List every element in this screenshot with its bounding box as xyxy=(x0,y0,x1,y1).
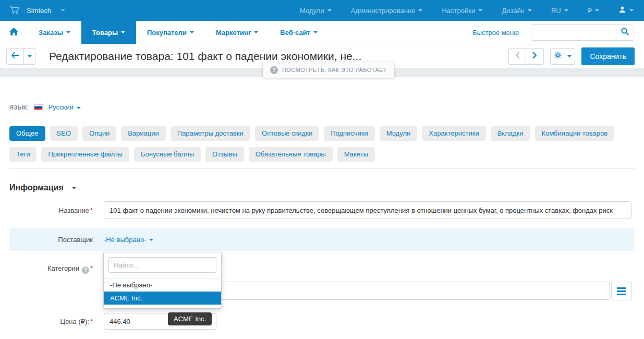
tab-product-combinations[interactable]: Комбинации товаров xyxy=(535,126,615,141)
menu-icon xyxy=(617,287,626,295)
previous-item-button[interactable] xyxy=(508,48,526,65)
save-button[interactable]: Сохранить xyxy=(581,47,635,65)
required-mark: * xyxy=(90,207,93,214)
supplier-options-list: -Не выбрано- ACME Inc. xyxy=(104,278,221,308)
nav-item-orders[interactable]: Заказы xyxy=(28,21,81,44)
nav-right-tools: Быстрое меню xyxy=(472,21,644,44)
name-field-row: Название* xyxy=(9,201,635,219)
russia-flag-icon xyxy=(34,104,43,110)
store-switcher[interactable]: Simtech xyxy=(9,5,65,16)
caret-down-icon xyxy=(121,31,125,33)
caret-down-icon xyxy=(418,9,422,11)
categories-browse-button[interactable] xyxy=(611,282,632,300)
tab-shipping-properties[interactable]: Параметры доставки xyxy=(171,126,250,141)
nav-item-products[interactable]: Товары xyxy=(81,21,136,44)
tabs-divider xyxy=(9,168,635,169)
topbar-menu: Модули Администрирование Настройки Дизай… xyxy=(300,6,634,15)
supplier-label: Поставщик xyxy=(9,236,93,244)
tab-qty-discounts[interactable]: Оптовые скидки xyxy=(255,126,319,141)
topbar-language-switcher[interactable]: RU xyxy=(551,7,568,15)
brand-label: Simtech xyxy=(27,7,51,15)
search-button[interactable] xyxy=(616,25,634,40)
nav-item-customers[interactable]: Покупатели xyxy=(136,21,205,44)
topbar-item-design[interactable]: Дизайн xyxy=(502,7,532,15)
caret-down-icon xyxy=(254,31,258,33)
language-row: ЯЗЫК: Русский xyxy=(9,103,635,111)
tab-subscribers[interactable]: Подписчики xyxy=(324,126,375,141)
tab-features[interactable]: Характеристики xyxy=(422,126,485,141)
cart-icon xyxy=(9,5,20,16)
tab-seo[interactable]: SEO xyxy=(50,126,78,141)
required-mark: * xyxy=(90,264,93,272)
hint-label: ПОСМОТРЕТЬ, КАК ЭТО РАБОТАЕТ xyxy=(282,67,387,73)
back-button-group xyxy=(6,48,35,65)
caret-down-icon xyxy=(327,9,332,11)
topbar-item-administration[interactable]: Администрирование xyxy=(351,7,423,15)
tab-general[interactable]: Общее xyxy=(9,126,45,141)
global-search xyxy=(531,25,634,41)
tab-options[interactable]: Опции xyxy=(82,126,116,141)
caret-down-icon xyxy=(564,9,568,11)
supplier-option-acme[interactable]: ACME Inc. xyxy=(104,292,221,305)
search-icon xyxy=(621,27,629,38)
admin-topbar: Simtech Модули Администрирование Настрой… xyxy=(0,0,644,21)
supplier-option-none[interactable]: -Не выбрано- xyxy=(104,279,221,292)
information-section-header[interactable]: Информация xyxy=(9,183,635,192)
prev-icon xyxy=(515,52,520,60)
price-label: Цена (₽):* xyxy=(9,318,93,325)
supplier-select-trigger[interactable]: -Не выбрано- xyxy=(104,236,153,244)
back-button[interactable] xyxy=(6,48,24,65)
tab-tags[interactable]: Теги xyxy=(9,147,37,162)
tab-required-products[interactable]: Обязательные товары xyxy=(249,147,333,162)
topbar-currency-switcher[interactable]: ₽ xyxy=(588,7,599,15)
main-navbar: Заказы Товары Покупатели Маркетинг Веб-с… xyxy=(0,21,644,44)
question-icon: ? xyxy=(270,66,278,74)
tab-layouts[interactable]: Макеты xyxy=(337,147,375,162)
caret-down-icon xyxy=(190,31,194,33)
product-tabs-row-2: Теги Прикрепленные файлы Бонусные баллы … xyxy=(9,147,635,162)
nav-item-marketing[interactable]: Маркетинг xyxy=(205,21,269,44)
supplier-field-row: Поставщик -Не выбрано- xyxy=(9,228,635,251)
home-icon xyxy=(9,28,18,38)
how-it-works-hint[interactable]: ? ПОСМОТРЕТЬ, КАК ЭТО РАБОТАЕТ xyxy=(263,62,394,78)
product-name-input[interactable] xyxy=(104,201,631,219)
global-search-input[interactable] xyxy=(531,25,616,40)
tab-attachments[interactable]: Прикрепленные файлы xyxy=(41,147,129,162)
caret-down-icon xyxy=(149,239,153,241)
language-selector[interactable]: Русский xyxy=(48,103,80,111)
tab-reward-points[interactable]: Бонусные баллы xyxy=(134,147,201,162)
back-icon xyxy=(11,52,19,60)
language-label: ЯЗЫК: xyxy=(9,104,29,111)
acme-tooltip: ACME Inc. xyxy=(168,312,212,325)
question-icon[interactable]: ? xyxy=(82,267,89,274)
nav-item-website[interactable]: Веб-сайт xyxy=(269,21,329,44)
next-item-button[interactable] xyxy=(526,48,544,65)
topbar-user-menu[interactable] xyxy=(618,6,634,15)
caret-down-icon xyxy=(595,9,599,11)
required-mark: * xyxy=(90,318,93,325)
prev-next-group xyxy=(508,48,544,65)
caret-down-icon xyxy=(72,187,76,189)
topbar-item-settings[interactable]: Настройки xyxy=(442,7,482,15)
caret-down-icon xyxy=(567,55,572,57)
home-button[interactable] xyxy=(0,21,28,44)
tab-reviews[interactable]: Отзывы xyxy=(205,147,244,162)
supplier-search-input[interactable] xyxy=(108,257,216,273)
header-actions: Сохранить xyxy=(508,47,635,65)
settings-dropdown-button[interactable] xyxy=(550,48,575,65)
caret-down-icon xyxy=(66,31,70,33)
price-field-row: Цена (₽):* xyxy=(9,313,635,330)
caret-down-icon xyxy=(61,9,65,11)
tab-product-tabs[interactable]: Вкладки xyxy=(491,126,530,141)
quick-menu-link[interactable]: Быстрое меню xyxy=(472,29,519,37)
categories-label: Категории?* xyxy=(9,264,93,274)
main-content: ЯЗЫК: Русский Общее SEO Опции Вариации П… xyxy=(0,103,644,330)
user-icon xyxy=(618,6,626,15)
tab-variations[interactable]: Вариации xyxy=(121,126,166,141)
back-dropdown-button[interactable] xyxy=(24,48,35,65)
tab-addons[interactable]: Модули xyxy=(380,126,418,141)
topbar-item-modules[interactable]: Модули xyxy=(300,7,332,15)
next-icon xyxy=(532,52,537,60)
gear-icon xyxy=(554,52,562,60)
caret-down-icon xyxy=(313,31,318,33)
